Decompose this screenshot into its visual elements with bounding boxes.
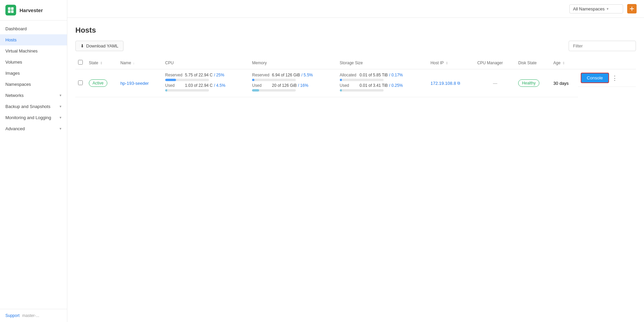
chevron-down-icon: ▾ [60, 115, 62, 120]
th-actions [578, 57, 636, 69]
th-cpu-manager: CPU Manager [474, 57, 515, 69]
sort-icon: ⇕ [562, 61, 565, 65]
main-area: All Namespaces ▾ Hosts ⬇ Download YAML [67, 0, 644, 322]
th-disk-state: Disk State [515, 57, 550, 69]
svg-rect-2 [8, 10, 11, 13]
storage-cell: Allocated 0.01 of 5.85 TiB / 0.17% Used … [337, 69, 428, 97]
th-cpu: CPU [163, 57, 249, 69]
more-options-button[interactable]: ⋮ [610, 73, 619, 83]
sidebar-item-images[interactable]: Images [0, 68, 67, 79]
host-name-link[interactable]: hp-193-seeder [120, 81, 149, 86]
svg-rect-3 [11, 10, 14, 13]
copy-icon[interactable]: ⧉ [457, 81, 460, 85]
support-link[interactable]: Support [5, 313, 20, 318]
name-cell: hp-193-seeder [118, 69, 163, 97]
cpu-used-bar [165, 89, 209, 92]
sidebar-item-virtual-machines[interactable]: Virtual Machines [0, 45, 67, 57]
sort-icon: ⇕ [445, 61, 448, 65]
memory-cell: Reserved 6.94 of 126 GiB / 5.5% Used 20 … [249, 69, 337, 97]
mem-reserved-bar [252, 79, 296, 81]
stor-alloc-bar [340, 79, 384, 81]
th-host-ip: Host IP ⇕ [428, 57, 474, 69]
th-memory: Memory [249, 57, 337, 69]
select-all-checkbox[interactable] [78, 60, 83, 65]
stor-used-bar [340, 89, 384, 92]
filter-input[interactable] [569, 41, 636, 51]
disk-state-cell: Healthy [515, 69, 550, 97]
disk-state-badge: Healthy [518, 79, 539, 87]
version-text: master-... [22, 313, 39, 318]
toolbar-left: ⬇ Download YAML [75, 41, 123, 51]
row-checkbox-cell [75, 69, 86, 97]
sidebar-item-hosts[interactable]: Hosts [0, 34, 67, 45]
state-badge: Active [89, 79, 107, 87]
chevron-down-icon: ▾ [60, 104, 62, 109]
sidebar-item-advanced[interactable]: Advanced ▾ [0, 123, 67, 134]
hosts-table: State ⇕ Name ↓ CPU Memory [75, 57, 636, 97]
cpu-reserved-bar [165, 79, 209, 81]
sidebar-item-namespaces[interactable]: Namespaces [0, 79, 67, 90]
cpu-manager-cell: — [474, 69, 515, 97]
state-cell: Active [86, 69, 118, 97]
topbar: All Namespaces ▾ [67, 0, 644, 18]
sidebar-item-volumes[interactable]: Volumes [0, 57, 67, 68]
page-title: Hosts [75, 26, 636, 35]
svg-rect-1 [11, 7, 14, 10]
sidebar-item-monitoring-logging[interactable]: Monitoring and Logging ▾ [0, 112, 67, 123]
table-row: Active hp-193-seeder Reserved 5.75 of 22… [75, 69, 636, 97]
host-ip-link[interactable]: 172.19.108.8 [430, 81, 456, 86]
host-ip-cell: 172.19.108.8 ⧉ [428, 69, 474, 97]
svg-rect-0 [8, 7, 11, 10]
app-title: Harvester [20, 7, 43, 13]
download-yaml-button[interactable]: ⬇ Download YAML [75, 41, 123, 51]
sidebar-item-backup-snapshots[interactable]: Backup and Snapshots ▾ [0, 101, 67, 112]
cpu-cell: Reserved 5.75 of 22.94 C / 25% Used 1.03… [163, 69, 249, 97]
content-area: Hosts ⬇ Download YAML [67, 18, 644, 322]
app-logo-area: Harvester [0, 0, 67, 21]
action-cell: Console ⋮ [578, 69, 636, 87]
namespace-chevron-icon: ▾ [607, 7, 609, 11]
mem-used-bar [252, 89, 296, 92]
sidebar-item-dashboard[interactable]: Dashboard [0, 23, 67, 34]
app-logo-icon [5, 5, 16, 15]
console-button[interactable]: Console [581, 73, 609, 83]
download-icon: ⬇ [80, 43, 84, 48]
sort-icon: ⇕ [100, 61, 103, 65]
namespace-label: All Namespaces [573, 6, 605, 11]
table-header-row: State ⇕ Name ↓ CPU Memory [75, 57, 636, 69]
add-icon [627, 4, 637, 13]
sidebar: Harvester Dashboard Hosts Virtual Machin… [0, 0, 67, 322]
th-storage-size: Storage Size [337, 57, 428, 69]
age-cell: 30 days [551, 69, 578, 97]
select-all-cell [75, 57, 86, 69]
th-age: Age ⇕ [551, 57, 578, 69]
namespace-selector[interactable]: All Namespaces ▾ [569, 4, 623, 13]
row-checkbox[interactable] [78, 80, 83, 85]
toolbar: ⬇ Download YAML [75, 41, 636, 51]
sidebar-nav: Dashboard Hosts Virtual Machines Volumes… [0, 21, 67, 309]
sort-icon: ↓ [133, 61, 135, 65]
add-resource-button[interactable] [627, 3, 637, 14]
sidebar-item-networks[interactable]: Networks ▾ [0, 90, 67, 101]
sidebar-footer: Support master-... [0, 309, 67, 322]
chevron-down-icon: ▾ [60, 127, 62, 131]
chevron-down-icon: ▾ [60, 93, 62, 98]
th-state: State ⇕ [86, 57, 118, 69]
th-name: Name ↓ [118, 57, 163, 69]
